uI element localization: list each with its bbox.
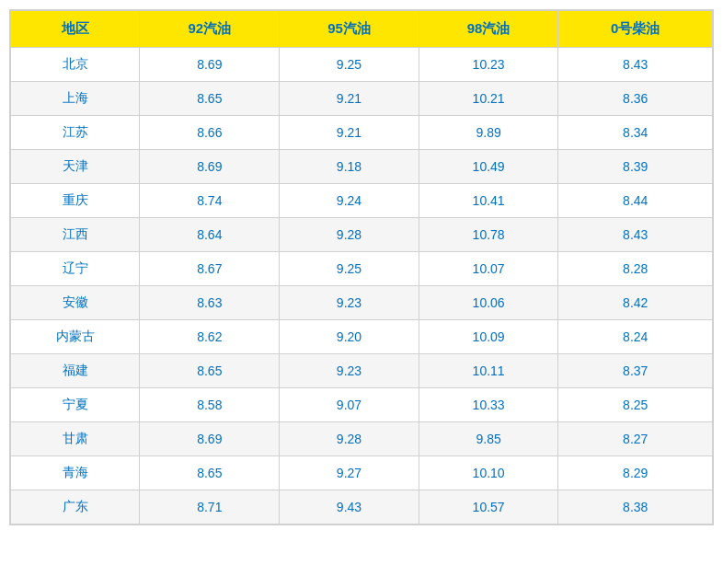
cell-price: 9.21 — [280, 82, 419, 116]
cell-price: 8.38 — [558, 490, 713, 525]
cell-price: 8.62 — [140, 320, 280, 354]
table-row: 江西8.649.2810.788.43 — [11, 218, 713, 252]
cell-region: 江西 — [11, 218, 140, 252]
cell-price: 8.25 — [558, 388, 713, 422]
cell-price: 8.29 — [558, 456, 713, 490]
table-row: 江苏8.669.219.898.34 — [11, 116, 713, 150]
table-row: 甘肃8.699.289.858.27 — [11, 422, 713, 456]
cell-price: 8.24 — [558, 320, 713, 354]
cell-price: 9.25 — [280, 48, 419, 82]
cell-price: 10.33 — [419, 388, 558, 422]
cell-region: 重庆 — [11, 184, 140, 218]
cell-price: 8.65 — [140, 354, 280, 388]
cell-region: 江苏 — [11, 116, 140, 150]
cell-region: 宁夏 — [11, 388, 140, 422]
header-region: 地区 — [11, 11, 140, 48]
cell-price: 8.65 — [140, 82, 280, 116]
cell-region: 北京 — [11, 48, 140, 82]
cell-price: 8.69 — [140, 48, 280, 82]
cell-price: 9.89 — [419, 116, 558, 150]
cell-region: 福建 — [11, 354, 140, 388]
cell-price: 9.24 — [280, 184, 419, 218]
cell-price: 8.43 — [558, 48, 713, 82]
cell-price: 10.78 — [419, 218, 558, 252]
cell-price: 10.49 — [419, 150, 558, 184]
table-row: 重庆8.749.2410.418.44 — [11, 184, 713, 218]
header-g98: 98汽油 — [419, 11, 558, 48]
table-row: 内蒙古8.629.2010.098.24 — [11, 320, 713, 354]
cell-price: 9.07 — [280, 388, 419, 422]
table-row: 上海8.659.2110.218.36 — [11, 82, 713, 116]
cell-price: 8.36 — [558, 82, 713, 116]
cell-price: 10.21 — [419, 82, 558, 116]
cell-price: 8.71 — [140, 490, 280, 525]
cell-price: 8.63 — [140, 286, 280, 320]
cell-price: 9.28 — [280, 422, 419, 456]
cell-price: 9.23 — [280, 286, 419, 320]
cell-region: 内蒙古 — [11, 320, 140, 354]
cell-price: 9.23 — [280, 354, 419, 388]
cell-price: 10.09 — [419, 320, 558, 354]
cell-region: 甘肃 — [11, 422, 140, 456]
cell-price: 9.21 — [280, 116, 419, 150]
cell-price: 8.28 — [558, 252, 713, 286]
cell-price: 8.66 — [140, 116, 280, 150]
cell-price: 8.43 — [558, 218, 713, 252]
table-row: 辽宁8.679.2510.078.28 — [11, 252, 713, 286]
cell-price: 8.27 — [558, 422, 713, 456]
cell-price: 8.74 — [140, 184, 280, 218]
cell-region: 青海 — [11, 456, 140, 490]
cell-region: 辽宁 — [11, 252, 140, 286]
cell-price: 8.69 — [140, 422, 280, 456]
cell-price: 9.28 — [280, 218, 419, 252]
cell-price: 10.11 — [419, 354, 558, 388]
table-row: 安徽8.639.2310.068.42 — [11, 286, 713, 320]
cell-price: 8.58 — [140, 388, 280, 422]
table-row: 天津8.699.1810.498.39 — [11, 150, 713, 184]
cell-price: 9.43 — [280, 490, 419, 525]
cell-region: 上海 — [11, 82, 140, 116]
table-row: 宁夏8.589.0710.338.25 — [11, 388, 713, 422]
cell-price: 8.44 — [558, 184, 713, 218]
cell-price: 8.67 — [140, 252, 280, 286]
table-row: 福建8.659.2310.118.37 — [11, 354, 713, 388]
table-row: 青海8.659.2710.108.29 — [11, 456, 713, 490]
cell-price: 10.57 — [419, 490, 558, 525]
cell-price: 9.85 — [419, 422, 558, 456]
cell-price: 8.69 — [140, 150, 280, 184]
cell-price: 9.20 — [280, 320, 419, 354]
cell-region: 安徽 — [11, 286, 140, 320]
header-diesel: 0号柴油 — [558, 11, 713, 48]
fuel-price-table: 地区 92汽油 95汽油 98汽油 0号柴油 北京8.699.2510.238.… — [9, 9, 714, 525]
table-row: 广东8.719.4310.578.38 — [11, 490, 713, 525]
cell-price: 10.41 — [419, 184, 558, 218]
cell-price: 10.06 — [419, 286, 558, 320]
cell-region: 广东 — [11, 490, 140, 525]
table-header-row: 地区 92汽油 95汽油 98汽油 0号柴油 — [11, 11, 713, 48]
cell-price: 8.39 — [558, 150, 713, 184]
cell-price: 10.07 — [419, 252, 558, 286]
cell-price: 9.25 — [280, 252, 419, 286]
cell-price: 9.27 — [280, 456, 419, 490]
cell-price: 8.65 — [140, 456, 280, 490]
cell-price: 8.34 — [558, 116, 713, 150]
cell-price: 8.37 — [558, 354, 713, 388]
cell-price: 8.42 — [558, 286, 713, 320]
header-g95: 95汽油 — [280, 11, 419, 48]
cell-region: 天津 — [11, 150, 140, 184]
header-g92: 92汽油 — [140, 11, 280, 48]
table-row: 北京8.699.2510.238.43 — [11, 48, 713, 82]
cell-price: 10.10 — [419, 456, 558, 490]
cell-price: 8.64 — [140, 218, 280, 252]
cell-price: 9.18 — [280, 150, 419, 184]
cell-price: 10.23 — [419, 48, 558, 82]
